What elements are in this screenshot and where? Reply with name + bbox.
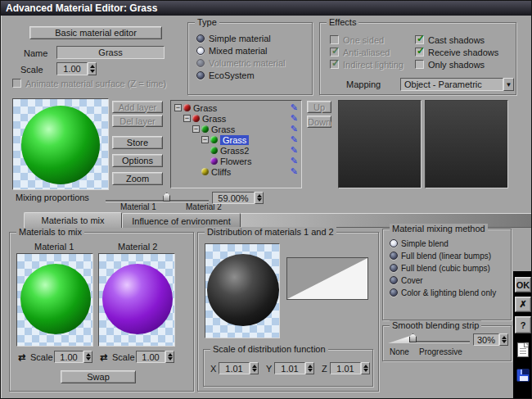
mapping-dropdown[interactable]: Object - Parametric [400,78,503,91]
edit-pencil-icon[interactable]: ✎ [291,113,298,124]
edit-pencil-icon[interactable]: ✎ [291,102,298,113]
material-1-preview[interactable] [16,253,93,347]
mixing-percent-spinner[interactable] [255,192,264,204]
scale-1-spinner[interactable] [83,351,92,363]
layer-up-button: Up [307,101,331,113]
x-input[interactable]: 1.01 [219,362,250,374]
material-sphere-icon [183,104,191,111]
edit-pencil-icon[interactable]: ✎ [291,156,298,166]
radio-color-lighting-blend-label: Color & lighting blend only [401,288,496,297]
anti-aliased-label: Anti-aliased [343,48,390,57]
only-shadows-checkbox[interactable] [415,60,424,69]
slider-groove [413,341,470,342]
x-spinner[interactable] [250,362,259,374]
radio-mixed-material[interactable] [196,47,205,55]
tab-influence-of-environment[interactable]: Influence of environment [122,213,241,228]
store-button[interactable]: Store [112,136,163,149]
tree-item[interactable]: Grass2 ✎ [171,146,301,156]
scale-1-input[interactable]: 1.00 [54,351,83,363]
slider-thumb[interactable] [409,333,417,342]
help-button[interactable]: ? [515,316,531,333]
scale-2-input[interactable]: 1.00 [136,351,165,363]
material-sphere-icon [192,115,200,122]
tree-expander-icon[interactable]: − [174,104,182,111]
mixing-percent-input[interactable]: 59.00% [212,192,255,204]
tab-materials-to-mix[interactable]: Materials to mix [24,212,122,228]
smooth-blending-slider[interactable] [388,333,470,344]
z-spinner[interactable] [361,362,370,374]
tree-item[interactable]: Flowers ✎ [171,156,301,166]
options-button[interactable]: Options [112,154,163,167]
effects-group-title: Effects [327,17,358,27]
tree-item[interactable]: Cliffs ✎ [171,167,301,177]
y-input[interactable]: 1.01 [274,362,305,374]
radio-cover-label: Cover [401,276,423,285]
tree-item-selected[interactable]: − Grass ✎ [171,135,301,145]
zoom-button[interactable]: Zoom [112,172,163,185]
edit-pencil-icon[interactable]: ✎ [291,124,298,134]
mixing-proportions-slider[interactable] [106,193,209,202]
advanced-material-editor-window: Advanced Material Editor: Grass Basic ma… [0,0,532,399]
animate-scale-1-icon[interactable]: ⇄ [18,352,25,362]
radio-ecosystem[interactable] [196,71,205,79]
tree-item-label: Flowers [220,156,252,166]
animate-surface-checkbox [12,79,21,88]
edit-pencil-icon[interactable]: ✎ [291,145,298,156]
radio-full-blend-linear[interactable] [390,252,398,260]
tree-expander-icon[interactable]: − [201,136,209,143]
scale-distribution-group: Scale of distribution function X 1.01 Y … [203,349,373,387]
edit-pencil-icon[interactable]: ✎ [291,134,298,145]
swap-button[interactable]: Swap [61,370,136,383]
name-input[interactable]: Grass [56,46,165,59]
none-label: None [390,347,409,356]
slider-thumb[interactable] [163,193,170,202]
blend-percent-spinner[interactable] [499,333,508,346]
z-input[interactable]: 1.01 [330,362,361,374]
radio-simple-blend[interactable] [390,239,398,247]
distribution-preview[interactable] [205,243,280,338]
edit-pencil-icon[interactable]: ✎ [291,166,298,177]
name-label: Name [24,48,47,58]
save-material-button[interactable] [515,367,531,385]
radio-simple-material[interactable] [196,34,205,43]
blend-percent-input[interactable]: 30% [473,333,499,346]
basic-material-editor-button[interactable]: Basic material editor [29,26,162,39]
material-sphere-icon [210,147,218,154]
tree-expander-icon[interactable]: − [192,125,200,133]
receive-shadows-checkbox[interactable] [415,48,424,57]
layer-down-button: Down [307,116,331,128]
tree-item[interactable]: − Grass ✎ [171,114,301,124]
ok-button[interactable]: OK [515,277,531,292]
radio-color-lighting-blend[interactable] [390,288,398,297]
tree-item[interactable]: − Grass ✎ [171,125,301,134]
cancel-button[interactable]: ✗ [515,297,531,312]
title-bar[interactable]: Advanced Material Editor: Grass [1,1,531,16]
y-spinner[interactable] [305,362,314,374]
distribution-ramp[interactable] [286,257,368,300]
cast-shadows-checkbox[interactable] [415,35,424,44]
animate-surface-label: Animate material surface (Z = time) [25,79,166,88]
material-preview[interactable] [12,98,109,190]
scale-2-spinner[interactable] [165,351,174,363]
scale-input[interactable]: 1.00 [56,62,88,75]
tab-strip [241,213,531,228]
radio-full-blend-cubic[interactable] [390,264,398,272]
materials-to-mix-group: Materials to mix Material 1 Material 2 ⇄… [9,232,194,392]
load-material-button[interactable] [515,341,531,360]
mapping-dropdown-arrow-icon[interactable]: ▼ [503,78,514,91]
distribution-sphere [207,254,279,326]
tree-expander-icon[interactable]: − [183,115,191,122]
ramp-graphic [287,258,367,299]
tree-item[interactable]: − Grass ✎ [171,103,301,113]
material-2-label: Material 2 [118,242,157,252]
indirect-lighting-checkbox [330,60,339,69]
anti-aliased-checkbox [330,48,339,57]
indirect-lighting-label: Indirect lighting [343,60,404,70]
scale-spinner[interactable] [88,62,97,75]
radio-cover[interactable] [390,276,398,284]
scale-2-label: Scale [112,352,135,362]
animate-scale-2-icon[interactable]: ⇄ [100,352,107,362]
material-2-preview[interactable] [98,253,175,347]
radio-full-blend-cubic-label: Full blend (cubic bumps) [401,264,490,273]
scale-distribution-title: Scale of distribution function [210,344,328,354]
